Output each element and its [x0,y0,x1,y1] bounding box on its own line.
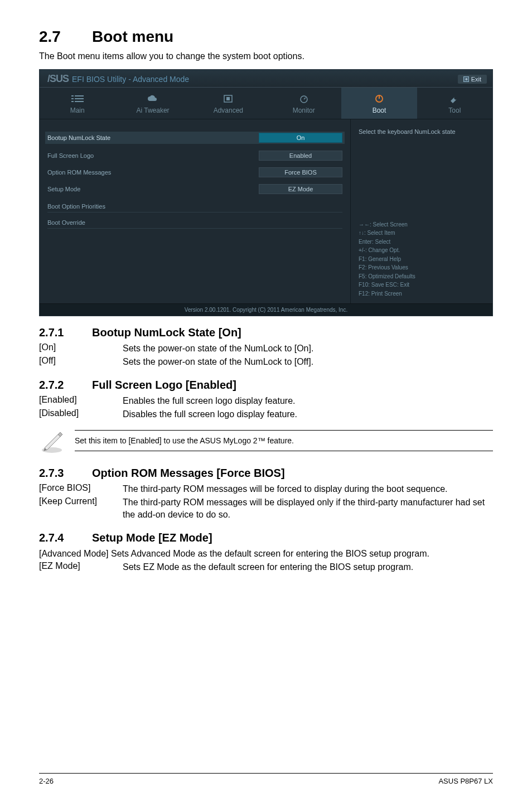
subsection-title: 2.7.2Full Screen Logo [Enabled] [39,379,493,392]
bios-header: /SUS EFI BIOS Utility - Advanced Mode Ex… [40,70,492,88]
subsection-title: 2.7.1Bootup NumLock State [On] [39,326,493,339]
option-row: [Enabled] Enables the full screen logo d… [39,395,493,407]
power-icon [373,94,385,103]
key-line: F2: Previous Values [359,263,485,272]
svg-rect-6 [75,101,84,102]
note-block: Set this item to [Enabled] to use the AS… [39,428,493,453]
monitor-icon [298,94,310,103]
bios-screenshot: /SUS EFI BIOS Utility - Advanced Mode Ex… [39,69,493,316]
subsection-271: 2.7.1Bootup NumLock State [On] [On] Sets… [39,326,493,369]
bios-logo: /SUS EFI BIOS Utility - Advanced Mode [47,73,189,85]
tab-advanced[interactable]: Advanced [191,88,266,119]
option-row: [On] Sets the power-on state of the NumL… [39,342,493,355]
option-desc: Sets EZ Mode as the default screen for e… [123,561,493,573]
subsection-number: 2.7.4 [39,532,92,544]
option-setup-mode[interactable]: Setup Mode EZ Mode [47,184,342,194]
tab-tool[interactable]: Tool [417,88,492,119]
option-row: [EZ Mode] Sets EZ Mode as the default sc… [39,561,493,573]
option-key: [Force BIOS] [39,483,123,495]
section-boot-priorities[interactable]: Boot Option Priorities [47,201,342,212]
option-option-rom[interactable]: Option ROM Messages Force BIOS [47,167,342,177]
svg-rect-4 [75,98,84,99]
option-row: [Force BIOS] The third-party ROM message… [39,483,493,495]
key-line: F10: Save ESC: Exit [359,281,485,289]
option-row: [Off] Sets the power-on state of the Num… [39,356,493,368]
option-value[interactable]: On [259,133,342,143]
help-text: Select the keyboard NumLock state [359,128,485,135]
option-label: Setup Mode [47,186,259,192]
key-line: ↑↓: Select Item [359,229,485,238]
option-value[interactable]: EZ Mode [259,184,342,194]
list-icon [71,94,84,103]
tab-label: Tool [448,107,461,114]
intro-text: The Boot menu items allow you to change … [39,51,493,61]
option-key: [Enabled] [39,395,123,407]
option-label: Bootup NumLock State [47,134,259,141]
svg-rect-2 [75,95,84,96]
subsection-number: 2.7.1 [39,326,92,339]
product-name: ASUS P8P67 LX [438,777,493,785]
svg-rect-5 [71,101,74,102]
subsection-title-text: Bootup NumLock State [On] [92,326,241,339]
tab-label: Advanced [214,107,243,114]
option-row: [Keep Current] The third-party ROM messa… [39,496,493,520]
option-desc: Sets the power-on state of the NumLock t… [123,342,493,355]
subsection-title-text: Full Screen Logo [Enabled] [92,379,236,391]
tab-label: Monitor [293,107,315,114]
key-line: →←: Select Screen [359,220,485,229]
option-desc: Sets the power-on state of the NumLock t… [123,356,493,368]
section-number: 2.7 [39,28,92,46]
subsection-274: 2.7.4Setup Mode [EZ Mode] [Advanced Mode… [39,532,493,574]
section-boot-override[interactable]: Boot Override [47,217,342,229]
option-row: [Disabled] Disables the full screen logo… [39,408,493,421]
tool-icon [448,94,461,103]
section-heading: 2.7Boot menu [39,28,493,46]
option-row-advanced: [Advanced Mode] Sets Advanced Mode as th… [39,548,493,560]
option-value[interactable]: Force BIOS [259,167,342,177]
exit-button[interactable]: Exit [458,75,487,84]
svg-rect-1 [71,95,74,96]
key-line: Enter: Select [359,238,485,247]
tab-label: Main [70,107,85,114]
option-label: Option ROM Messages [47,169,259,176]
key-line: F12: Print Screen [359,289,485,298]
exit-icon [463,76,469,82]
option-key: [EZ Mode] [39,561,123,573]
subsection-title: 2.7.4Setup Mode [EZ Mode] [39,532,493,544]
subsection-number: 2.7.2 [39,379,92,392]
subsection-272: 2.7.2Full Screen Logo [Enabled] [Enabled… [39,379,493,457]
option-key: [Off] [39,356,123,368]
subsection-number: 2.7.3 [39,467,92,480]
bios-header-title: EFI BIOS Utility - Advanced Mode [72,75,189,84]
option-fullscreen-logo[interactable]: Full Screen Logo Enabled [47,151,342,161]
subsection-title-text: Setup Mode [EZ Mode] [92,532,212,544]
exit-label: Exit [471,76,481,83]
key-help: →←: Select Screen ↑↓: Select Item Enter:… [359,220,485,298]
note-icon [39,428,65,453]
bios-tabs: Main Ai Tweaker Advanced Monitor Boot To… [40,88,492,119]
tab-boot[interactable]: Boot [341,88,417,119]
option-desc: The third-party ROM messages will be for… [123,483,493,495]
bios-options-pane: Bootup NumLock State On Full Screen Logo… [40,119,350,303]
tab-ai-tweaker[interactable]: Ai Tweaker [115,88,190,119]
tab-label: Ai Tweaker [136,107,169,114]
key-line: +/-: Change Opt. [359,246,485,255]
chip-icon [222,94,234,103]
section-title-text: Boot menu [92,28,173,45]
bios-footer: Version 2.00.1201. Copyright (C) 2011 Am… [40,303,492,316]
key-line: F5: Optimized Defaults [359,272,485,281]
option-key: [Keep Current] [39,496,123,520]
option-numlock[interactable]: Bootup NumLock State On [45,132,345,144]
note-text: Set this item to [Enabled] to use the AS… [75,430,493,451]
option-desc: Disables the full screen logo display fe… [123,408,493,421]
option-key: [On] [39,342,123,355]
page-number: 2-26 [39,777,54,785]
bios-help-pane: Select the keyboard NumLock state →←: Se… [350,119,492,303]
page-footer: 2-26 ASUS P8P67 LX [39,773,493,785]
option-desc: The third-party ROM messages will be dis… [123,496,493,520]
brand-logo: /SUS [47,73,69,85]
tab-main[interactable]: Main [40,88,115,119]
key-line: F1: General Help [359,255,485,264]
option-value[interactable]: Enabled [259,151,342,161]
tab-monitor[interactable]: Monitor [266,88,341,119]
